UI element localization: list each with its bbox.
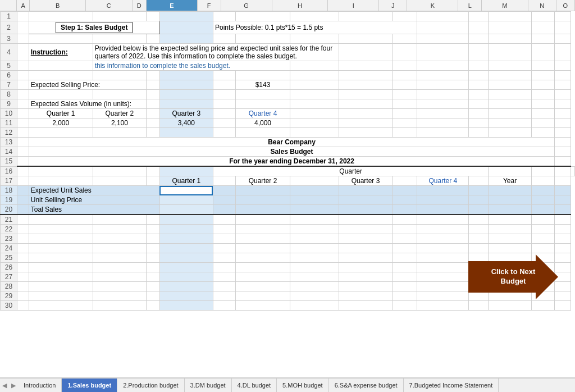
- q3-label: Quarter 3: [172, 110, 200, 117]
- r7-e: [159, 80, 213, 90]
- r12-g: [235, 128, 290, 138]
- q4-label: Quarter 4: [249, 110, 277, 117]
- col-c-header: C: [86, 0, 133, 11]
- row-1: 1: [1, 12, 575, 21]
- r6-h: [290, 71, 339, 80]
- spreadsheet: A B C D E F G H I J K L M N O: [0, 0, 575, 377]
- r16-l: [489, 166, 531, 176]
- r16-n: [555, 166, 571, 176]
- r2-a: [17, 21, 29, 34]
- r3-m: [489, 34, 531, 44]
- row-9: 9 Expected Sales Volume (in units):: [1, 99, 575, 109]
- r2-e: [159, 21, 213, 34]
- q2-value: 2,100: [111, 119, 128, 127]
- r6-n: [531, 71, 555, 80]
- r5-b: [29, 61, 93, 71]
- tab-moh-budget[interactable]: 5.MOH budget: [277, 379, 329, 392]
- r7-esp-value: $143: [235, 80, 290, 90]
- r9-d: [147, 99, 160, 109]
- tab-dl-budget[interactable]: 4.DL budget: [232, 379, 277, 392]
- row-5: 5 this information to complete the sales…: [1, 61, 575, 71]
- r17-q1: Quarter 1: [159, 176, 213, 186]
- r20-f: [213, 205, 235, 215]
- r3-n: [531, 34, 555, 44]
- r12-b: [29, 128, 93, 138]
- r4-i: [339, 44, 393, 61]
- rownum-19: 19: [1, 195, 17, 205]
- r8-j: [392, 90, 417, 99]
- r6-a: [17, 71, 29, 80]
- r14-o: [555, 147, 571, 157]
- rownum-5: 5: [1, 61, 17, 71]
- r11-q2-val: 2,100: [93, 118, 147, 128]
- r20-g: [235, 205, 290, 215]
- r7-j: [392, 80, 417, 90]
- tab-production-budget[interactable]: 2.Production budget: [117, 379, 184, 392]
- r11-f: [213, 118, 235, 128]
- col-i-header: I: [328, 0, 379, 11]
- arrow-btn-container[interactable]: Click to Next Budget: [468, 254, 558, 299]
- r19-label: Unit Selling Price: [29, 195, 159, 205]
- r2-o: [555, 21, 571, 34]
- r17-c: [93, 176, 147, 186]
- rownum-9: 9: [1, 99, 17, 109]
- r15-a: [17, 157, 29, 167]
- r5-n: [531, 61, 555, 71]
- q2-label: Quarter 2: [106, 110, 134, 117]
- r1-k: [417, 12, 469, 21]
- tab-nav-right[interactable]: ▶: [9, 379, 18, 392]
- r16-a: [17, 166, 29, 176]
- r1-m: [489, 12, 531, 21]
- r11-n: [531, 118, 555, 128]
- tab-sa-expense[interactable]: 6.S&A expense budget: [329, 379, 404, 392]
- r18-l: [469, 186, 489, 195]
- r3-j: [392, 34, 417, 44]
- r10-q4-label: Quarter 4: [235, 109, 290, 118]
- r4-n: [531, 44, 555, 61]
- r11-j: [392, 118, 417, 128]
- r20-k: [417, 205, 469, 215]
- r10-f: [213, 109, 235, 118]
- tab-budgeted-income[interactable]: 7.Budgeted Income Statement: [404, 379, 499, 392]
- r8-o: [555, 90, 571, 99]
- tab-introduction[interactable]: Introduction: [18, 379, 62, 392]
- rownum-11: 11: [1, 118, 17, 128]
- r8-l: [469, 90, 489, 99]
- next-budget-btn[interactable]: Click to Next Budget: [468, 254, 558, 299]
- period-label: For the year ending December 31, 2022: [229, 157, 354, 165]
- tab-nav-left[interactable]: ◀: [0, 379, 9, 392]
- r1-f: [213, 12, 235, 21]
- r9-a: [17, 99, 29, 109]
- r8-c: [93, 90, 147, 99]
- r20-l: [469, 205, 489, 215]
- r8-k: [417, 90, 469, 99]
- r8-m: [489, 90, 531, 99]
- tab-dm-budget[interactable]: 3.DM budget: [185, 379, 232, 392]
- row-3: 3: [1, 34, 575, 44]
- r20-m: [489, 205, 531, 215]
- r6-l: [469, 71, 489, 80]
- r19-f: [213, 195, 235, 205]
- arrow-btn-line1: Click to Next: [491, 267, 536, 276]
- r16-e: [159, 166, 213, 176]
- col-j-header: J: [379, 0, 407, 11]
- budget-title: Sales Budget: [271, 148, 313, 156]
- r8-d: [147, 90, 160, 99]
- r16-quarter-header: Quarter: [213, 166, 488, 176]
- r18-a: [17, 186, 29, 195]
- q4-value: 4,000: [254, 119, 271, 127]
- r8-a: [17, 90, 29, 99]
- r14-budget-title: Sales Budget: [29, 147, 555, 157]
- r10-m: [489, 109, 531, 118]
- tab-sales-budget[interactable]: 1.Sales budget: [62, 379, 117, 392]
- r2-k: [417, 21, 469, 34]
- r9-o: [555, 99, 571, 109]
- r13-company: Bear Company: [29, 138, 555, 147]
- row-unit-selling-price-label: Unit Selling Price: [31, 196, 82, 204]
- r9-esv-label: Expected Sales Volume (in units):: [29, 99, 146, 109]
- r11-m: [489, 118, 531, 128]
- r9-i: [339, 99, 393, 109]
- r17-year: Year: [489, 176, 531, 186]
- r5-a: [17, 61, 29, 71]
- r12-l: [469, 128, 489, 138]
